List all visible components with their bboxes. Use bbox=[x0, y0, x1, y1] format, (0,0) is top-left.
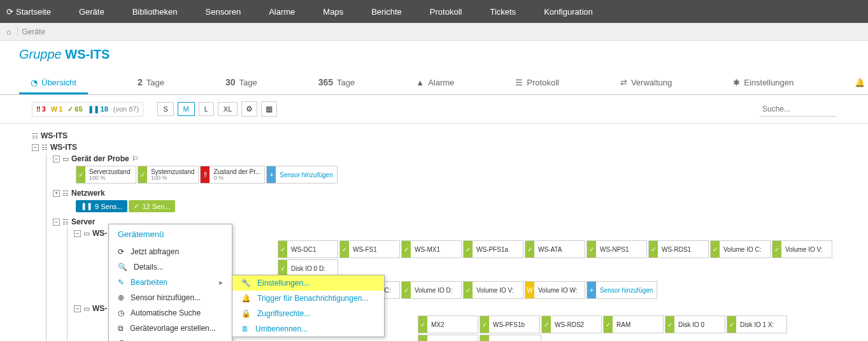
stat-error[interactable]: ‼ 3 bbox=[36, 105, 46, 113]
submenu-rename[interactable]: 🗎Umbenennen... bbox=[232, 321, 384, 337]
collapse-icon[interactable]: − bbox=[53, 156, 60, 163]
size-xl[interactable]: XL bbox=[218, 102, 238, 116]
clock-icon: ◔ bbox=[31, 78, 38, 87]
add-sensor-button[interactable]: +Sensor hinzufügen bbox=[587, 281, 657, 299]
stat-paused[interactable]: ❚❚ 18 bbox=[88, 105, 108, 113]
top-navigation: ⟳Startseite Geräte Bibliotheken Sensoren… bbox=[0, 0, 868, 23]
sensor[interactable]: ✓WS-PFS1b bbox=[480, 316, 540, 333]
copy-icon: ⧉ bbox=[118, 324, 124, 333]
menu-edit[interactable]: ✎Bearbeiten▸ 🔧Einstellungen... 🔔Trigger … bbox=[109, 275, 232, 290]
menu-template[interactable]: ⧉Gerätevorlage erstellen... bbox=[109, 321, 232, 336]
tab-verwaltung[interactable]: ⇄Verwaltung bbox=[609, 72, 683, 94]
tab-2days[interactable]: 2Tage bbox=[126, 72, 176, 94]
menu-auto-search[interactable]: ◷Automatische Suche bbox=[109, 305, 232, 321]
add-sensor-button[interactable]: +Sensor hinzufügen bbox=[266, 166, 337, 184]
tree-device-probe[interactable]: − ▭ Gerät der Probe ⚐ bbox=[53, 153, 836, 164]
nav-startseite[interactable]: ⟳Startseite bbox=[6, 7, 65, 17]
search-input[interactable] bbox=[760, 102, 836, 117]
tab-alarme[interactable]: ▲Alarme bbox=[404, 72, 466, 94]
size-s[interactable]: S bbox=[157, 102, 173, 116]
plus-icon: ⊕ bbox=[118, 293, 124, 302]
sensor[interactable]: ✓Disk IO 2 V: bbox=[418, 335, 478, 341]
nav-berichte[interactable]: Berichte bbox=[357, 7, 416, 17]
sensor[interactable]: ✓Disk IO 3 C: W: bbox=[480, 335, 541, 341]
tab-30days[interactable]: 30Tage bbox=[214, 72, 269, 94]
menu-recommend[interactable]: ⓘJetzt empfehlen bbox=[109, 336, 232, 341]
tab-protokoll[interactable]: ☰Protokoll bbox=[504, 72, 571, 94]
page-title-bar: Gruppe WS-ITS bbox=[0, 41, 868, 64]
nav-konfiguration[interactable]: Konfiguration bbox=[530, 7, 607, 17]
sensor[interactable]: ✓Serverzustand100 % bbox=[76, 166, 136, 184]
sensor[interactable]: ‼Zustand der Pr...0 % bbox=[200, 166, 265, 184]
sensor[interactable]: ✓WS-DC1 bbox=[278, 240, 338, 258]
clock-icon: ◷ bbox=[118, 308, 124, 317]
sensor[interactable]: WVolume IO W: bbox=[525, 281, 585, 299]
refresh-icon: ⟳ bbox=[118, 247, 124, 256]
wrench-icon: 🔧 bbox=[241, 279, 251, 287]
stat-warning[interactable]: W 1 bbox=[51, 105, 63, 113]
bell-icon: 🔔 bbox=[241, 294, 251, 303]
paused-sensors-pill[interactable]: ❚❚ 9 Sens... bbox=[76, 200, 127, 212]
sensor[interactable]: ✓WS-PFS1a bbox=[463, 240, 523, 258]
stat-total: (von 87) bbox=[113, 105, 139, 113]
nav-protokoll[interactable]: Protokoll bbox=[416, 7, 476, 17]
nav-sensoren[interactable]: Sensoren bbox=[192, 7, 255, 17]
settings-icon-button[interactable]: ⚙ bbox=[241, 101, 257, 117]
sensor[interactable]: ✓Volume IO V: bbox=[772, 240, 832, 258]
collapse-icon[interactable]: − bbox=[32, 144, 39, 151]
ok-sensors-pill[interactable]: ✓ 12 Sen... bbox=[129, 200, 175, 212]
sensor[interactable]: ✓WS-MX1 bbox=[401, 240, 462, 258]
sensor-row: ✓WS-DC1 ✓WS-FS1 ✓WS-MX1 ✓WS-PFS1a ✓WS-AT… bbox=[278, 240, 836, 277]
expand-icon[interactable]: + bbox=[53, 190, 60, 197]
nav-tickets[interactable]: Tickets bbox=[476, 7, 530, 17]
menu-refresh[interactable]: ⟳Jetzt abfragen bbox=[109, 244, 232, 259]
size-m[interactable]: M bbox=[178, 102, 195, 116]
nav-alarme[interactable]: Alarme bbox=[255, 7, 309, 17]
sensor[interactable]: ✓RAM bbox=[603, 316, 664, 333]
tab-einstellungen[interactable]: ✱Einstellungen bbox=[722, 72, 805, 94]
menu-add-sensor[interactable]: ⊕Sensor hinzufügen... bbox=[109, 290, 232, 305]
tree-group[interactable]: − ☷ WS-ITS bbox=[32, 141, 836, 153]
collapse-icon[interactable]: − bbox=[74, 230, 81, 237]
stat-ok[interactable]: ✓ 65 bbox=[68, 105, 82, 113]
collapse-icon[interactable]: − bbox=[74, 305, 81, 312]
sensor[interactable]: ✓WS-NPS1 bbox=[587, 240, 647, 258]
sensor[interactable]: ✓Disk IO 1 X: bbox=[727, 316, 787, 333]
search-box bbox=[760, 102, 836, 117]
submenu-settings[interactable]: 🔧Einstellungen... bbox=[232, 275, 384, 291]
tab-overview[interactable]: ◔Übersicht bbox=[19, 72, 88, 94]
page-title: Gruppe WS-ITS bbox=[19, 47, 849, 62]
size-l[interactable]: L bbox=[199, 102, 214, 116]
device-icon: ▭ bbox=[62, 155, 69, 163]
sensor[interactable]: ✓Volume IO V: bbox=[463, 281, 523, 299]
status-summary: ‼ 3 W 1 ✓ 65 ❚❚ 18 (von 87) bbox=[32, 102, 143, 117]
tree-network[interactable]: + ☷ Netzwerk bbox=[53, 187, 836, 199]
submenu-triggers[interactable]: 🔔Trigger für Benachrichtigungen... bbox=[232, 291, 384, 306]
tab-trigger[interactable]: 🔔Trigger fü bbox=[843, 72, 868, 94]
tree-device[interactable]: − ▭ WS- Gerätemenü ⟳Jetzt abfragen 🔍Deta… bbox=[74, 228, 836, 239]
tab-365days[interactable]: 365Tage bbox=[307, 72, 367, 94]
sensor[interactable]: ✓WS-RDS1 bbox=[648, 240, 709, 258]
nav-geraete[interactable]: Geräte bbox=[65, 7, 118, 17]
nav-maps[interactable]: Maps bbox=[309, 7, 357, 17]
tree-root[interactable]: ☷ WS-ITS bbox=[32, 130, 836, 141]
breadcrumb-item[interactable]: Geräte bbox=[17, 27, 49, 36]
search-icon: 🔍 bbox=[118, 263, 127, 272]
sensor[interactable]: ✓WS-FS1 bbox=[339, 240, 400, 258]
sensor[interactable]: ✓MX2 bbox=[418, 316, 478, 333]
edit-icon: ✎ bbox=[118, 278, 124, 287]
device-icon: ▭ bbox=[83, 305, 90, 313]
breadcrumb-home-icon[interactable]: ⌂ bbox=[6, 27, 11, 36]
sensor[interactable]: ✓WS-ATA bbox=[525, 240, 585, 258]
menu-details[interactable]: 🔍Details... bbox=[109, 259, 232, 275]
sensor[interactable]: ✓Disk IO 0 bbox=[665, 316, 725, 333]
collapse-icon[interactable]: − bbox=[53, 219, 60, 226]
submenu-access[interactable]: 🔒Zugriffsrechte... bbox=[232, 306, 384, 321]
nav-bibliotheken[interactable]: Bibliotheken bbox=[118, 7, 192, 17]
group-icon: ☷ bbox=[41, 143, 48, 152]
sensor[interactable]: ✓Systemzustand100 % bbox=[138, 166, 199, 184]
sensor[interactable]: ✓WS-RDS2 bbox=[541, 316, 602, 333]
grid-icon-button[interactable]: ▦ bbox=[261, 101, 277, 117]
sensor[interactable]: ✓Volume IO C: bbox=[710, 240, 771, 258]
sensor[interactable]: ✓Volume IO D: bbox=[401, 281, 462, 299]
